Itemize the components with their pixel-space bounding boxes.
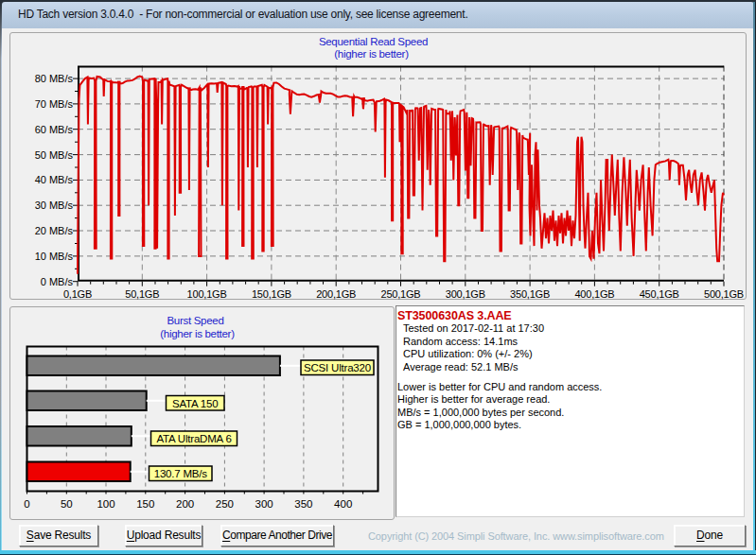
svg-text:40 MB/s: 40 MB/s [35, 174, 74, 185]
svg-text:0,1GB: 0,1GB [63, 288, 92, 300]
svg-text:SATA 150: SATA 150 [172, 398, 218, 409]
svg-text:200: 200 [176, 498, 194, 510]
svg-text:10 MB/s: 10 MB/s [35, 251, 74, 262]
svg-text:20 MB/s: 20 MB/s [35, 225, 74, 236]
svg-text:500,1GB: 500,1GB [704, 288, 744, 300]
svg-text:250,1GB: 250,1GB [380, 288, 420, 300]
svg-text:30 MB/s: 30 MB/s [35, 199, 74, 211]
svg-text:300: 300 [255, 498, 273, 510]
svg-text:100,1GB: 100,1GB [187, 288, 227, 300]
svg-text:350: 350 [294, 498, 312, 510]
svg-text:300,1GB: 300,1GB [446, 288, 485, 300]
svg-text:250: 250 [216, 498, 234, 510]
svg-text:80 MB/s: 80 MB/s [35, 73, 74, 84]
svg-text:150,1GB: 150,1GB [252, 288, 291, 300]
svg-text:SCSI Ultra320: SCSI Ultra320 [304, 362, 371, 373]
svg-text:0 MB/s: 0 MB/s [41, 276, 74, 287]
svg-text:60 MB/s: 60 MB/s [35, 124, 74, 135]
svg-text:100: 100 [97, 498, 114, 510]
svg-text:50 MB/s: 50 MB/s [35, 149, 74, 161]
svg-text:450,1GB: 450,1GB [640, 288, 679, 300]
svg-text:50,1GB: 50,1GB [125, 288, 159, 300]
svg-text:400,1GB: 400,1GB [574, 288, 614, 300]
svg-text:50: 50 [61, 498, 73, 510]
svg-text:130.7 MB/s: 130.7 MB/s [154, 468, 208, 479]
svg-text:200,1GB: 200,1GB [316, 288, 356, 300]
svg-text:400: 400 [334, 498, 352, 510]
svg-text:150: 150 [136, 498, 154, 510]
svg-text:0: 0 [24, 498, 29, 510]
svg-text:350,1GB: 350,1GB [510, 288, 550, 300]
svg-text:ATA UltraDMA 6: ATA UltraDMA 6 [156, 433, 231, 444]
svg-text:70 MB/s: 70 MB/s [35, 98, 74, 110]
